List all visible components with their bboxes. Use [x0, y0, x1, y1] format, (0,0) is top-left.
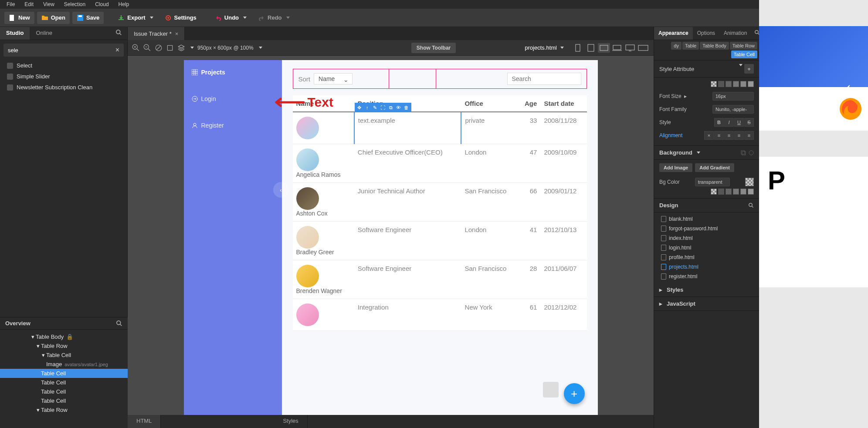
device-laptop-icon[interactable]: [611, 43, 623, 53]
search-icon[interactable]: [116, 320, 122, 327]
cell-office[interactable]: London: [461, 144, 518, 183]
sidebar-item-register[interactable]: Register: [184, 118, 282, 133]
swatch[interactable]: [748, 189, 754, 195]
layers-icon[interactable]: [177, 44, 185, 52]
cell-office[interactable]: San Francisco: [461, 183, 518, 222]
bg-color-input[interactable]: [695, 178, 730, 186]
cell-name[interactable]: [293, 299, 354, 331]
cell-start[interactable]: 2012/10/13: [540, 222, 587, 260]
swatch[interactable]: [711, 189, 717, 195]
th-age[interactable]: Age: [518, 95, 541, 112]
bold-button[interactable]: B: [714, 118, 724, 127]
export-button[interactable]: Export: [113, 12, 157, 24]
cell-position[interactable]: ✥ ↑ ✎ ⛶ ⧉ 👁 🗑 text.example: [354, 112, 461, 144]
cell-office[interactable]: San Francisco: [461, 260, 518, 299]
underline-button[interactable]: U: [734, 118, 744, 127]
cell-start[interactable]: 2009/10/09: [540, 144, 587, 183]
font-size-input[interactable]: [712, 92, 754, 101]
th-name[interactable]: Name: [293, 95, 354, 112]
search-icon[interactable]: [749, 203, 754, 208]
menu-selection[interactable]: Selection: [60, 0, 90, 8]
file-item[interactable]: forgot-password.html: [654, 224, 759, 233]
tab-styles[interactable]: Styles: [274, 415, 307, 428]
show-toolbar-button[interactable]: Show Toolbar: [411, 43, 456, 53]
cell-position[interactable]: Chief Executive Officer(CEO): [354, 144, 461, 183]
swatch[interactable]: [733, 189, 739, 195]
edit-icon[interactable]: ✎: [372, 104, 378, 111]
tree-table-body[interactable]: ▾Table Body🔒: [0, 332, 128, 341]
device-mobile-icon[interactable]: [572, 43, 584, 53]
swatch[interactable]: [711, 81, 717, 87]
clear-search-icon[interactable]: ×: [115, 46, 119, 54]
swatch[interactable]: [740, 81, 746, 87]
tab-animation[interactable]: Animation: [719, 27, 751, 40]
menu-file[interactable]: File: [2, 0, 19, 8]
breadcrumb-item[interactable]: Table Row: [730, 42, 757, 50]
strike-button[interactable]: S: [744, 118, 754, 127]
cell-age[interactable]: 47: [518, 144, 541, 183]
table-row[interactable]: Angelica Ramos Chief Executive Officer(C…: [293, 144, 587, 183]
component-newsletter[interactable]: Newsletter Subscription Clean: [3, 82, 124, 93]
cell-age[interactable]: 28: [518, 260, 541, 299]
tree-table-row[interactable]: ▾Table Row: [0, 341, 128, 350]
hide-icon[interactable]: 👁: [396, 104, 402, 111]
background-section-header[interactable]: Background: [654, 146, 759, 160]
th-office[interactable]: Office: [461, 95, 518, 112]
device-wide-icon[interactable]: [637, 43, 649, 53]
component-select[interactable]: Select: [3, 60, 124, 71]
table-row[interactable]: Integration New York 61 2012/12/02: [293, 299, 587, 331]
tree-image[interactable]: Imageavatars/avatar1.jpeg: [0, 360, 128, 369]
cell-office[interactable]: London: [461, 222, 518, 260]
cell-name[interactable]: Bradley Greer: [293, 222, 354, 260]
search-icon[interactable]: [111, 27, 127, 40]
cell-start[interactable]: 2012/12/02: [540, 299, 587, 331]
javascript-section-header[interactable]: ▸JavaScript: [654, 297, 759, 311]
table-row[interactable]: Bradley Greer Software Engineer London 4…: [293, 222, 587, 260]
file-item[interactable]: profile.html: [654, 253, 759, 262]
th-start[interactable]: Start date: [540, 95, 587, 112]
styles-section-header[interactable]: ▸Styles: [654, 283, 759, 297]
align-right-button[interactable]: ≡: [734, 131, 744, 140]
cell-age[interactable]: 33: [518, 112, 541, 144]
sidebar-item-login[interactable]: Login: [184, 91, 282, 107]
cell-office[interactable]: New York: [461, 299, 518, 331]
chevron-right-icon[interactable]: ▸: [684, 93, 687, 99]
undo-button[interactable]: Undo: [210, 12, 251, 24]
breadcrumb-item[interactable]: dy: [671, 42, 682, 50]
tab-studio[interactable]: Studio: [0, 27, 30, 40]
add-gradient-button[interactable]: Add Gradient: [695, 163, 734, 172]
file-item[interactable]: projects.html: [654, 262, 759, 272]
tab-appearance[interactable]: Appearance: [654, 27, 693, 40]
new-button[interactable]: New: [4, 12, 34, 24]
file-item[interactable]: index.html: [654, 233, 759, 243]
expand-icon[interactable]: ⛶: [380, 104, 386, 111]
tree-table-cell[interactable]: ▾Table Cell: [0, 350, 128, 360]
cell-position[interactable]: Integration: [354, 299, 461, 331]
menu-view[interactable]: View: [39, 0, 59, 8]
add-fab[interactable]: +: [564, 383, 585, 404]
up-icon[interactable]: ↑: [364, 104, 370, 111]
cell-age[interactable]: 66: [518, 183, 541, 222]
swatch[interactable]: [748, 81, 754, 87]
add-image-button[interactable]: Add Image: [659, 163, 692, 172]
swatch[interactable]: [718, 81, 724, 87]
swatch[interactable]: [740, 189, 746, 195]
swatch[interactable]: [726, 189, 732, 195]
design-section-header[interactable]: Design: [654, 199, 759, 212]
cell-office[interactable]: private: [461, 112, 518, 144]
table-row[interactable]: Ashton Cox Junior Technical Author San F…: [293, 183, 587, 222]
sidebar-item-projects[interactable]: Projects: [184, 64, 282, 80]
table-row[interactable]: ✥ ↑ ✎ ⛶ ⧉ 👁 🗑 text.example private 33 20…: [293, 112, 587, 144]
tree-table-cell[interactable]: Table Cell: [0, 396, 128, 405]
component-search[interactable]: ×: [3, 44, 124, 57]
zoom-out-icon[interactable]: [143, 44, 151, 52]
sort-select[interactable]: Name ⌄: [314, 73, 353, 84]
chevron-down-icon[interactable]: [190, 47, 194, 49]
breadcrumb-item-active[interactable]: Table Cell: [731, 51, 757, 58]
menu-help[interactable]: Help: [114, 0, 134, 8]
component-simple-slider[interactable]: Simple Slider: [3, 71, 124, 82]
color-swatch[interactable]: [745, 178, 754, 186]
copy-icon[interactable]: ⧉: [388, 104, 394, 111]
cell-name[interactable]: [293, 112, 354, 144]
cell-start[interactable]: 2008/11/28: [540, 112, 587, 144]
